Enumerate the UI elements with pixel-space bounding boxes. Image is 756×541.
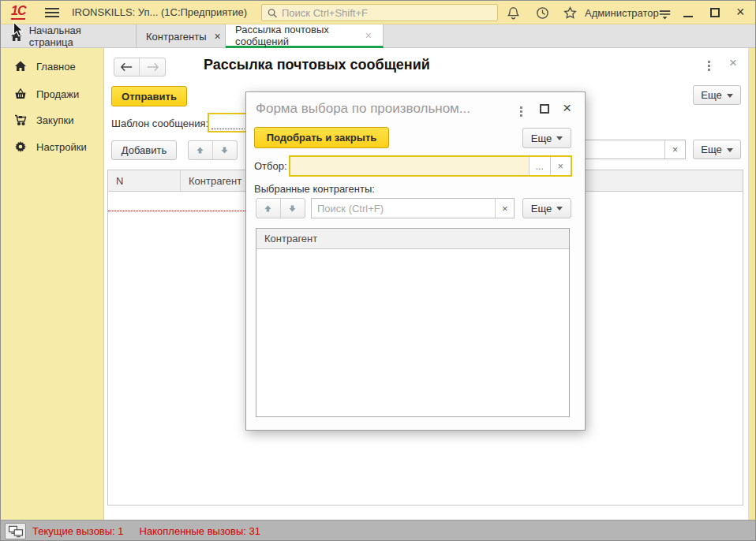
column-kontragent[interactable]: Контрагент [256,229,317,248]
gear-icon [14,140,27,153]
global-search[interactable] [261,4,498,21]
template-label: Шаблон сообщения: [111,118,208,129]
current-calls: Текущие вызовы: 1 [32,525,124,537]
more-button-main[interactable]: Еще [693,85,741,105]
sidebar: Главное Продажи Закупки Настройки [1,48,103,520]
move-up-button[interactable] [256,199,281,218]
selected-counterparties-label: Выбранные контрагенты: [254,183,375,195]
tab-close-icon[interactable]: × [364,29,373,42]
dialog-close-icon[interactable]: × [563,99,571,117]
more-button-main-table[interactable]: Еще [693,140,741,159]
move-down-button[interactable] [213,141,238,159]
send-button[interactable]: Отправить [111,86,187,106]
form-close-icon[interactable]: × [729,57,737,69]
tab-bar: Начальная страница Контрагенты × Рассылк… [1,24,755,48]
dialog-search-input[interactable] [312,199,495,218]
clear-search-icon[interactable]: × [664,140,685,159]
column-kontragent[interactable]: Контрагент [181,170,241,191]
clear-filter-icon[interactable]: × [550,157,571,175]
filter-input-tools: ... × [529,157,571,175]
filter-label: Отбор: [254,160,287,172]
dialog-title: Форма выбора по произвольном... [256,101,512,117]
more-label: Еще [701,144,721,155]
more-button-dialog-table[interactable]: Еще [522,198,571,218]
more-label: Еще [531,132,552,144]
accumulated-calls: Накопленные вызовы: 31 [140,525,260,537]
pick-and-close-button[interactable]: Подобрать и закрыть [254,127,389,148]
more-label: Еще [531,203,552,215]
move-down-button[interactable] [281,199,305,218]
nav-history-buttons [114,58,166,76]
global-search-input[interactable] [282,7,492,19]
sidebar-item-nastroyki[interactable]: Настройки [1,136,103,157]
tab-kontragenty[interactable]: Контрагенты × [137,24,226,48]
basket-icon [14,88,27,100]
back-button[interactable] [114,58,140,76]
selected-counterparties-table[interactable]: Контрагент [256,228,570,417]
page-title: Рассылка почтовых сообщений [204,57,430,73]
maximize-button[interactable] [710,8,720,17]
more-button-dialog[interactable]: Еще [522,128,571,148]
titlebar: 1С IRONSKILLS: Уп... (1С:Предприятие) Ад… [1,1,755,24]
filter-input[interactable]: ... × [289,155,572,177]
sidebar-item-label: Главное [36,61,76,73]
chevron-down-icon [556,207,563,211]
move-row-buttons-dialog [256,198,305,218]
column-n[interactable]: N [108,170,181,191]
status-bar: Текущие вызовы: 1 Накопленные вызовы: 31 [1,520,755,541]
tab-label: Рассылка почтовых сообщений [235,24,357,47]
hamburger-menu-icon[interactable] [45,8,59,17]
search-icon [267,7,278,19]
current-user[interactable]: Администратор [585,7,659,19]
right-margin-strip [748,48,756,520]
sidebar-item-glavnoe[interactable]: Главное [1,56,103,76]
favorites-star-icon[interactable] [563,6,578,21]
home-icon [14,60,27,73]
cart-icon [14,114,27,126]
dialog-table-header: Контрагент [256,229,569,249]
notifications-bell-icon[interactable] [506,6,521,21]
mouse-cursor [13,21,24,38]
app-title: IRONSKILLS: Уп... (1С:Предприятие) [72,6,247,18]
sidebar-item-prodazhi[interactable]: Продажи [1,84,103,104]
chevron-down-icon [556,136,563,140]
sidebar-item-zakupki[interactable]: Закупки [1,110,103,130]
server-calls-icon[interactable] [5,523,26,539]
1c-logo: 1С [11,4,25,20]
move-up-button[interactable] [189,141,213,159]
forward-button[interactable] [140,58,165,76]
app-window: 1С IRONSKILLS: Уп... (1С:Предприятие) Ад… [0,0,756,541]
dialog-maximize-icon[interactable] [540,104,549,114]
chevron-down-icon [727,148,733,152]
main-menu-icon[interactable] [657,6,672,21]
window-close-button[interactable]: × [736,3,745,21]
add-button[interactable]: Добавить [111,140,177,160]
clear-search-icon[interactable]: × [495,199,514,218]
tab-label: Контрагенты [146,31,207,43]
sidebar-item-label: Настройки [36,141,87,153]
move-row-buttons-main [188,140,238,160]
form-menu-kebab-icon[interactable] [705,58,713,73]
sidebar-item-label: Продажи [36,88,79,100]
minimize-button[interactable] [681,7,695,20]
choose-ellipsis-button[interactable]: ... [529,157,550,175]
dialog-search-field: × [311,198,515,218]
sidebar-item-label: Закупки [36,114,73,126]
chevron-down-icon [727,94,733,98]
selection-dialog: Форма выбора по произвольном... × Подобр… [245,91,586,431]
history-icon[interactable] [535,6,550,21]
more-label: Еще [701,89,721,101]
dialog-menu-kebab-icon[interactable] [518,104,525,119]
tab-label: Начальная страница [29,24,126,48]
tab-rassylka[interactable]: Рассылка почтовых сообщений × [226,24,384,48]
tab-close-icon[interactable]: × [213,30,223,43]
